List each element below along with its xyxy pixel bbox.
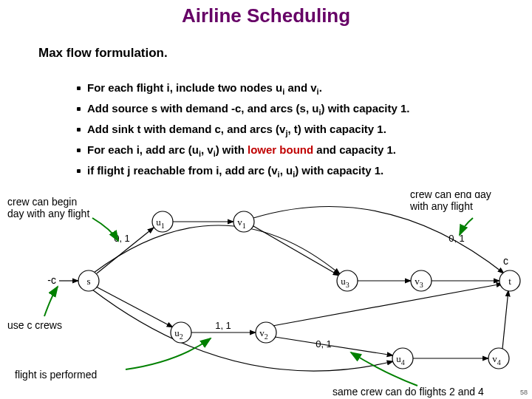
bullet-1: For each flight i, include two nodes ui … [87, 81, 531, 96]
edge-label-v2-u4: 0, 1 [316, 338, 332, 349]
bullet-4: For each i, add arc (ui, vi) with lower … [87, 143, 531, 158]
anno-curve-use-crews [44, 287, 58, 316]
bullet-5: if flight j reachable from i, add arc (v… [87, 164, 531, 179]
anno-flight-performed: flight is performed [15, 369, 97, 381]
anno-use-crews: use c crews [7, 319, 62, 331]
anno-crew-begin: crew can beginday with any flight [7, 196, 89, 219]
anno-curve-flight-performed [126, 338, 211, 369]
demand-c: c [503, 255, 508, 267]
bullet-list: For each flight i, include two nodes ui … [58, 75, 531, 185]
anno-curve-crew-end [460, 218, 473, 235]
page-title: Airline Scheduling [0, 0, 532, 27]
anno-crew-end: crew can end daywith any flight [409, 192, 491, 212]
page-number: 58 [520, 389, 528, 396]
edge-label-u2-v2: 1, 1 [215, 320, 231, 331]
anno-same-crew: same crew can do flights 2 and 4 [332, 386, 484, 398]
node-s: s [86, 276, 90, 287]
edge-label-v1-t: 0, 1 [449, 233, 465, 244]
node-t: t [508, 276, 511, 287]
demand-minus-c: -c [47, 274, 56, 286]
bullet-3: Add sink t with demand c, and arcs (vj, … [87, 123, 531, 137]
subheading: Max flow formulation. [38, 46, 168, 61]
flow-diagram: 0, 1 1, 1 0, 1 0, 1 -c c s u1 v1 u3 v3 t… [0, 192, 532, 399]
bullet-2: Add source s with demand -c, and arcs (s… [87, 102, 531, 117]
